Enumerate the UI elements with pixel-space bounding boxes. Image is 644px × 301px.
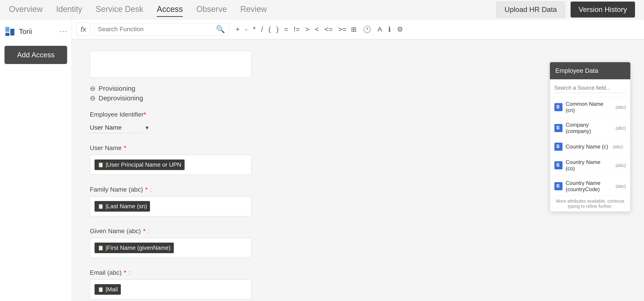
deprovisioning-section[interactable]: ⊖ Deprovisioning	[90, 94, 323, 102]
username-token-text: |User Principal Name or UPN	[106, 161, 182, 168]
op-lte[interactable]: <=	[324, 25, 333, 34]
employee-identifier-label: Employee Identifier*	[90, 111, 146, 118]
svg-rect-17	[557, 165, 559, 165]
username-label: User Name	[90, 144, 122, 152]
username-field-group: User Name * 📋 |User Principal Name or UP…	[90, 144, 323, 175]
op-equals[interactable]: =	[284, 25, 288, 34]
grid-icon[interactable]: ⊞	[351, 26, 356, 33]
given-name-field-group: Given Name (abc) * : 📋 |First Name (give…	[90, 228, 323, 258]
formula-textarea[interactable]	[90, 51, 252, 78]
clock-icon[interactable]: 🕐	[363, 26, 371, 33]
top-nav: Overview Identity Service Desk Access Ob…	[0, 0, 644, 19]
emp-item-type: (abc)	[616, 163, 626, 168]
svg-rect-18	[557, 165, 559, 166]
emp-list-item[interactable]: Country Name (countryCode) (abc)	[550, 176, 630, 196]
chevron-down-icon: ▾	[146, 124, 149, 132]
family-name-required: *	[145, 186, 148, 193]
emp-item-icon	[554, 143, 562, 151]
given-name-label: Given Name (abc)	[90, 228, 141, 235]
main-layout: Torii ⋯ Add Access fx 🔍 + - * / ( ) = !=…	[0, 19, 644, 301]
emp-search-input[interactable]	[554, 83, 626, 93]
emp-item-icon	[554, 161, 562, 169]
svg-rect-21	[557, 186, 559, 186]
family-name-input-wrap[interactable]: 📋 |Last Name (sn)	[90, 196, 252, 216]
email-input-wrap[interactable]: 📋 |Mail	[90, 280, 252, 300]
given-name-colon: :	[148, 228, 150, 235]
op-multiply[interactable]: *	[253, 25, 256, 34]
emp-item-name: Company (company)	[566, 122, 611, 134]
emp-item-icon	[554, 182, 562, 190]
emp-list-item[interactable]: Company (company) (abc)	[550, 118, 630, 138]
email-label: Email (abc)	[90, 269, 122, 276]
op-close-paren[interactable]: )	[276, 25, 279, 34]
emp-item-icon	[554, 124, 562, 132]
nav-identity[interactable]: Identity	[56, 2, 82, 17]
info-icon[interactable]: ℹ	[388, 26, 391, 33]
version-history-button[interactable]: Version History	[570, 2, 635, 18]
search-function-input[interactable]	[98, 26, 216, 33]
form-area: ⊖ Provisioning ⊖ Deprovisioning Employee…	[72, 40, 341, 301]
email-token-text: |Mail	[106, 286, 118, 293]
provisioning-label: Provisioning	[98, 85, 135, 92]
svg-rect-9	[557, 127, 559, 128]
family-name-field-group: Family Name (abc) * : 📋 |Last Name (sn)	[90, 186, 323, 216]
emp-item-type: (abc)	[616, 126, 626, 131]
given-name-token[interactable]: 📋 |First Name (givenName)	[94, 242, 174, 253]
torii-logo-icon	[4, 26, 15, 37]
op-not-equals[interactable]: !=	[294, 25, 300, 34]
family-name-label: Family Name (abc)	[90, 186, 143, 193]
text-icon[interactable]: A	[378, 26, 382, 33]
main-content: fx 🔍 + - * / ( ) = != > < <= >= ⊞ �	[72, 19, 644, 301]
op-less[interactable]: <	[315, 25, 319, 34]
email-colon: :	[129, 269, 130, 276]
svg-rect-2	[6, 33, 10, 36]
nav-service-desk[interactable]: Service Desk	[96, 2, 143, 17]
nav-observe[interactable]: Observe	[196, 2, 227, 17]
family-name-token[interactable]: 📋 |Last Name (sn)	[94, 201, 150, 212]
employee-identifier-dropdown[interactable]: User Name	[90, 122, 144, 133]
emp-list-item[interactable]: Country Name (co) (abc)	[550, 155, 630, 176]
nav-review[interactable]: Review	[240, 2, 267, 17]
nav-overview[interactable]: Overview	[9, 2, 43, 17]
nav-right: Upload HR Data Version History	[496, 2, 635, 18]
email-token-icon: 📋	[98, 286, 104, 292]
sidebar-logo: Torii ⋯	[4, 26, 67, 37]
username-token-icon: 📋	[98, 162, 104, 168]
sidebar-menu-icon[interactable]: ⋯	[59, 27, 67, 36]
upload-hr-data-button[interactable]: Upload HR Data	[496, 2, 565, 18]
svg-rect-22	[557, 186, 559, 186]
nav-access[interactable]: Access	[157, 2, 183, 17]
op-divide[interactable]: /	[261, 25, 263, 34]
provisioning-section[interactable]: ⊖ Provisioning	[90, 84, 323, 92]
username-required: *	[124, 144, 126, 152]
given-name-label-row: Given Name (abc) * :	[90, 228, 323, 235]
given-name-required: *	[143, 228, 146, 235]
op-plus[interactable]: +	[236, 25, 240, 34]
op-open-paren[interactable]: (	[268, 25, 271, 34]
emp-list: Common Name (cn) (abc) Company (company)…	[550, 97, 630, 196]
username-token[interactable]: 📋 |User Principal Name or UPN	[94, 160, 184, 170]
email-field-group: Email (abc) * : 📋 |Mail	[90, 269, 323, 300]
sidebar: Torii ⋯ Add Access	[0, 19, 72, 301]
given-name-token-icon: 📋	[98, 245, 104, 251]
email-token[interactable]: 📋 |Mail	[94, 284, 121, 295]
svg-rect-14	[557, 147, 559, 147]
provisioning-collapse-icon: ⊖	[90, 84, 96, 92]
op-minus[interactable]: -	[245, 25, 248, 34]
deprovisioning-label: Deprovisioning	[98, 94, 143, 102]
email-required: *	[124, 269, 126, 276]
emp-item-name: Country Name (countryCode)	[566, 180, 611, 192]
op-greater[interactable]: >	[305, 25, 310, 34]
family-name-token-icon: 📋	[98, 204, 104, 209]
emp-list-item[interactable]: Country Name (c) (abc)	[550, 138, 630, 155]
given-name-input-wrap[interactable]: 📋 |First Name (givenName)	[90, 238, 252, 258]
svg-rect-8	[558, 127, 559, 127]
add-access-button[interactable]: Add Access	[4, 46, 67, 64]
fx-button[interactable]: fx	[76, 23, 90, 36]
family-name-colon: :	[150, 186, 152, 193]
emp-item-type: (abc)	[616, 184, 626, 189]
username-input-wrap[interactable]: 📋 |User Principal Name or UPN	[90, 155, 252, 175]
settings-icon[interactable]: ⚙	[397, 26, 403, 33]
emp-list-item[interactable]: Common Name (cn) (abc)	[550, 97, 630, 118]
op-gte[interactable]: >=	[338, 25, 346, 34]
